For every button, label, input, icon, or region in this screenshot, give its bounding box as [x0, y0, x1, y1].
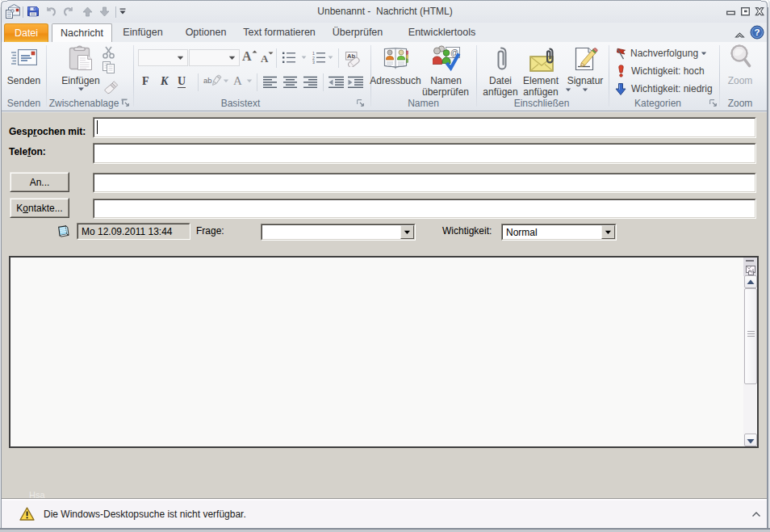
svg-text:3: 3 — [312, 60, 315, 65]
svg-text:?: ? — [754, 27, 760, 37]
svg-text:ab: ab — [203, 76, 212, 85]
